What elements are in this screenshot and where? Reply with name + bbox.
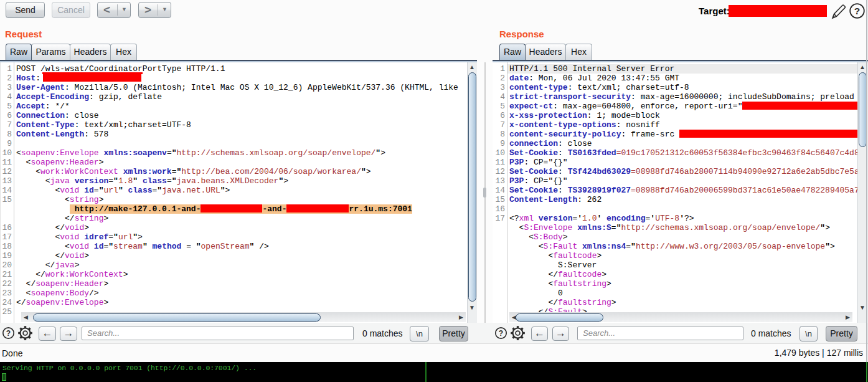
- svg-text:?: ?: [499, 329, 503, 338]
- svg-text:?: ?: [854, 6, 860, 16]
- svg-text:?: ?: [6, 329, 11, 338]
